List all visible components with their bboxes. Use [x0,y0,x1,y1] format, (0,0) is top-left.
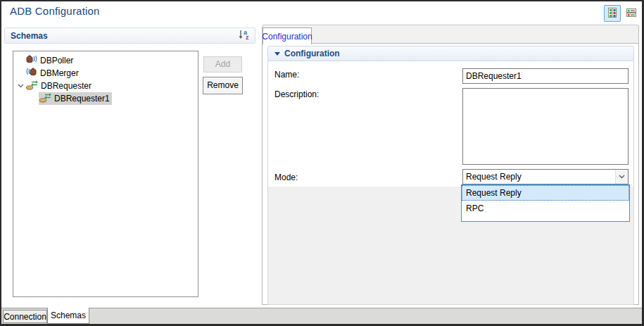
schemas-panel-title: Schemas [11,31,48,41]
mode-dropdown-value: Request Reply [463,172,615,182]
dropdown-option-rpc[interactable]: RPC [462,201,629,216]
tab-schemas[interactable]: Schemas [47,308,89,324]
section-title: Configuration [284,49,340,58]
list-view-button[interactable] [623,5,640,22]
tree-item-dbrequester1[interactable]: DBRequester1 [13,92,198,105]
schemas-tree[interactable]: DBPoller DBMerger [13,51,198,297]
tree-item-label: DBMerger [40,68,79,78]
adb-configuration-window: ADB Configuration [0,0,644,326]
tab-connection[interactable]: Connection [3,310,47,323]
page-title: ADB Configuration [10,5,100,17]
add-button[interactable]: Add [203,56,242,73]
tree-item-dbmerger[interactable]: DBMerger [13,67,198,80]
list-view-icon [626,7,637,20]
tab-configuration[interactable]: Configuration [263,27,312,44]
grid-view-icon [607,7,618,20]
db-requester-icon [39,92,54,105]
tree-item-dbpoller[interactable]: DBPoller [13,54,198,67]
mode-dropdown-list: Request Reply RPC [461,184,630,222]
expander-chevron-icon[interactable] [16,84,25,88]
dropdown-option-request-reply[interactable]: Request Reply [462,185,629,201]
configuration-tab-strip [262,25,639,44]
sort-az-icon[interactable]: a z [238,29,251,42]
tree-item-label: DBRequester [41,81,91,91]
svg-text:z: z [246,34,249,40]
name-field[interactable] [462,68,629,84]
description-field[interactable] [462,88,629,165]
db-merger-icon [26,67,40,80]
bottom-tab-bar [1,308,643,324]
mode-label: Mode: [274,173,298,182]
selected-tree-item[interactable]: DBRequester1 [39,92,112,105]
tree-item-label: DBPoller [40,56,73,65]
section-collapse-icon[interactable] [274,52,280,56]
tree-item-label: DBRequester1 [54,94,110,104]
name-label: Name: [274,70,299,80]
mode-dropdown[interactable]: Request Reply [462,169,629,184]
description-label: Description: [274,89,319,99]
db-poller-icon [26,54,40,67]
tree-item-dbrequester[interactable]: DBRequester [13,80,198,92]
remove-button[interactable]: Remove [203,77,243,94]
grid-view-button[interactable] [604,5,621,22]
db-requester-icon [26,80,41,92]
configuration-section-header[interactable]: Configuration [267,46,634,61]
chevron-down-icon[interactable] [615,170,628,184]
schemas-panel-header: Schemas a z [4,27,255,44]
